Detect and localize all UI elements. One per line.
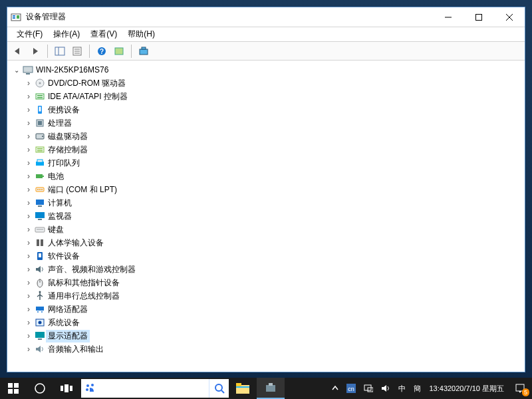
notification-button[interactable]: 5 [508, 378, 532, 399]
menu-action[interactable]: 操作(A) [48, 27, 85, 41]
tree-node[interactable]: 打印队列 [23, 156, 523, 170]
expander-icon[interactable] [23, 251, 34, 261]
tree-node-label: 电池 [46, 170, 66, 183]
help-button[interactable]: ? [94, 43, 110, 59]
scan-button[interactable] [136, 43, 152, 59]
tree-node[interactable]: 端口 (COM 和 LPT) [23, 183, 523, 196]
tree-node[interactable]: DVD/CD-ROM 驱动器 [23, 76, 523, 90]
expander-icon[interactable] [23, 344, 34, 354]
svg-rect-3 [17, 15, 19, 19]
svg-point-57 [37, 311, 39, 313]
tree-node[interactable]: 存储控制器 [23, 143, 523, 156]
port-icon [34, 184, 46, 195]
titlebar[interactable]: 设备管理器 [7, 7, 525, 27]
tree-node[interactable]: 便携设备 [23, 103, 523, 116]
tree-node[interactable]: 处理器 [23, 116, 523, 130]
tree-node-label: 监视器 [46, 210, 74, 223]
tree-node[interactable]: 计算机 [23, 196, 523, 209]
minimize-button[interactable] [433, 8, 464, 27]
tree-root-node[interactable]: WIN-2K5KP16MS76 [9, 63, 523, 76]
tree-node[interactable]: 键盘 [23, 223, 523, 236]
tree-node[interactable]: 网络适配器 [23, 303, 523, 316]
svg-rect-50 [41, 239, 43, 246]
hid-icon [34, 237, 46, 248]
tree-node[interactable]: 磁盘驱动器 [23, 130, 523, 143]
menu-view[interactable]: 查看(V) [85, 27, 122, 41]
expander-icon[interactable] [23, 331, 34, 340]
expander-icon[interactable] [23, 238, 34, 247]
taskbar-clock[interactable]: 13:43 2020/7/10 星期五 [425, 378, 508, 399]
expander-icon[interactable] [23, 78, 34, 88]
expander-icon[interactable] [23, 211, 34, 221]
root-label: WIN-2K5KP16MS76 [34, 65, 110, 75]
svg-point-40 [37, 189, 39, 190]
window-title: 设备管理器 [25, 11, 433, 23]
ime-lang[interactable]: 中 [394, 378, 410, 399]
expander-icon[interactable] [11, 66, 22, 74]
expander-icon[interactable] [23, 291, 34, 301]
tray-expand-icon[interactable] [328, 378, 342, 399]
tree-node[interactable]: 系统设备 [23, 316, 523, 329]
close-button[interactable] [494, 8, 525, 27]
search-input[interactable] [100, 379, 209, 398]
svg-rect-65 [8, 389, 13, 394]
network-icon[interactable] [360, 378, 377, 399]
svg-rect-44 [38, 205, 42, 207]
baidu-icon [81, 382, 100, 394]
taskbar-search[interactable] [81, 379, 229, 398]
tree-node[interactable]: 音频输入和输出 [23, 342, 523, 356]
expander-icon[interactable] [23, 225, 34, 234]
svg-rect-79 [266, 385, 275, 392]
tree-node[interactable]: 人体学输入设备 [23, 236, 523, 249]
svg-rect-24 [37, 95, 43, 96]
expander-icon[interactable] [23, 118, 34, 128]
properties-button[interactable] [69, 43, 85, 59]
ime-sogou-icon[interactable]: cn [342, 378, 360, 399]
expander-icon[interactable] [23, 172, 34, 181]
tree-node[interactable]: 声音、视频和游戏控制器 [23, 263, 523, 276]
cortana-button[interactable] [27, 378, 53, 399]
expander-icon[interactable] [23, 305, 34, 314]
expander-icon[interactable] [23, 132, 34, 141]
menubar: 文件(F) 操作(A) 查看(V) 帮助(H) [7, 27, 525, 42]
volume-icon[interactable] [377, 378, 394, 399]
tree-node[interactable]: 软件设备 [23, 249, 523, 263]
expander-icon[interactable] [23, 158, 34, 168]
network-icon [34, 304, 46, 315]
back-button[interactable] [10, 43, 26, 59]
expander-icon[interactable] [23, 145, 34, 154]
start-button[interactable] [0, 378, 27, 399]
expander-icon[interactable] [23, 318, 34, 327]
tree-node[interactable]: 显示适配器 [23, 329, 523, 342]
action-button[interactable] [111, 43, 127, 59]
show-hide-tree-button[interactable] [52, 43, 68, 59]
forward-button[interactable] [27, 43, 43, 59]
expander-icon[interactable] [23, 265, 34, 274]
tree-node[interactable]: IDE ATA/ATAPI 控制器 [23, 90, 523, 103]
svg-rect-34 [37, 150, 43, 152]
tree-node[interactable]: 通用串行总线控制器 [23, 289, 523, 303]
expander-icon[interactable] [23, 185, 34, 194]
window-controls [433, 8, 525, 27]
expander-icon[interactable] [23, 92, 34, 101]
maximize-button[interactable] [464, 8, 494, 27]
taskbar-device-manager[interactable] [257, 378, 285, 399]
svg-point-55 [39, 291, 41, 293]
expander-icon[interactable] [23, 278, 34, 287]
device-tree[interactable]: WIN-2K5KP16MS76 DVD/CD-ROM 驱动器IDE ATA/AT… [7, 61, 525, 372]
search-icon[interactable] [209, 379, 229, 398]
svg-rect-63 [8, 383, 13, 388]
task-view-button[interactable] [53, 378, 80, 399]
tree-node[interactable]: 电池 [23, 170, 523, 183]
tree-node-label: 键盘 [46, 223, 66, 236]
tree-node[interactable]: 监视器 [23, 209, 523, 223]
ime-mode[interactable]: 簡 [410, 378, 425, 399]
clock-time: 13:43 [429, 384, 448, 393]
svg-point-74 [215, 384, 222, 391]
expander-icon[interactable] [23, 105, 34, 114]
taskbar-explorer[interactable] [229, 378, 257, 399]
menu-file[interactable]: 文件(F) [11, 27, 48, 41]
expander-icon[interactable] [23, 198, 34, 207]
tree-node[interactable]: 鼠标和其他指针设备 [23, 276, 523, 289]
menu-help[interactable]: 帮助(H) [122, 27, 160, 41]
